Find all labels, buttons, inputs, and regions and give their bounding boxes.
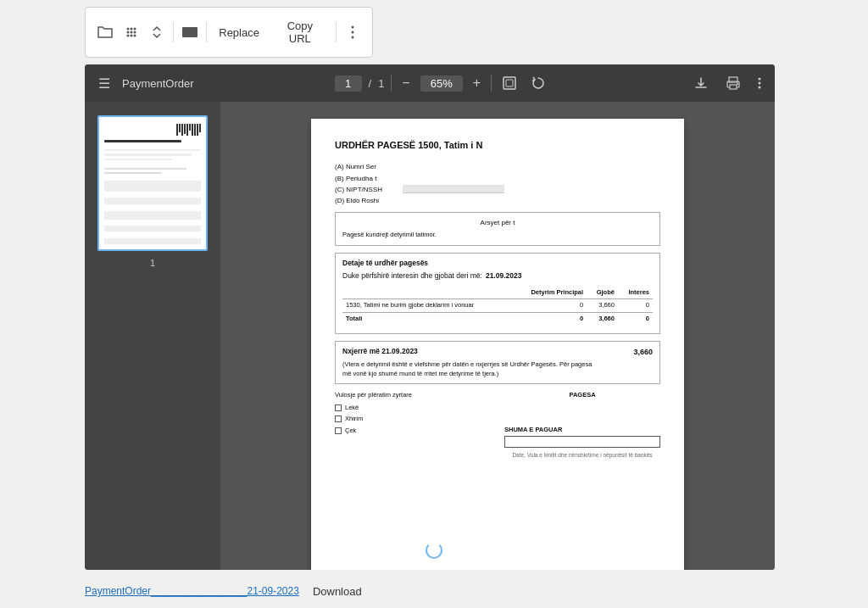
minus-square-icon[interactable] (181, 22, 199, 42)
leke-checkbox[interactable] (335, 404, 342, 411)
shuma-label: SHUMA E PAGUAR (504, 426, 660, 435)
svg-point-18 (737, 83, 738, 85)
svg-point-2 (133, 28, 136, 31)
xhirim-checkbox[interactable] (335, 416, 342, 422)
copy-url-button[interactable]: Copy URL (271, 16, 329, 48)
pdf-content: 1 URDHËR PAGESË 1500, Tatim i N (A) Numr… (85, 102, 775, 570)
arsyet-text: Pagesë kundrejt detyrimil tatimor. (342, 231, 653, 240)
download-button[interactable]: Download (313, 585, 362, 598)
pdf-viewer: ☰ PaymentOrder / 1 − 65% + (85, 64, 775, 570)
divider-1 (173, 22, 174, 42)
svg-point-8 (133, 35, 136, 37)
pdf-divider-1 (391, 75, 392, 92)
nxjerre-left: Nxjerrë më 21.09.2023 (Vlera e detyrimil… (342, 347, 597, 378)
leke-row: Lekë (335, 404, 491, 413)
table-header-row: Detyrim Principal Gjobë Interes (342, 287, 653, 299)
thumbnail-page-number: 1 (150, 258, 155, 268)
pdf-page: URDHËR PAGESË 1500, Tatim i N (A) Numri … (311, 119, 684, 570)
nxjerre-text: (Vlera e detyrimil është e vlefshme për … (342, 360, 597, 378)
svg-rect-9 (182, 27, 198, 37)
empty-space (504, 404, 660, 421)
col-empty (342, 287, 512, 299)
detaje-table: Detyrim Principal Gjobë Interes 1530, Ta… (342, 287, 653, 326)
pdf-topbar-right (690, 74, 765, 92)
svg-rect-13 (504, 77, 515, 89)
detaje-subtitle: Duke përfshirë interesin dhe gjobat deri… (342, 271, 482, 282)
pdf-zoom-in-button[interactable]: + (470, 74, 484, 92)
svg-rect-14 (506, 80, 513, 86)
shuma-field (504, 436, 660, 448)
pdf-hamburger-button[interactable]: ☰ (95, 74, 114, 93)
pdf-download-button[interactable] (690, 74, 712, 92)
pagesa-section: Vulosje për plëratim zyrtare Lekë Xhirim… (335, 391, 660, 459)
pagesa-title: PAGESA (504, 391, 660, 400)
pdf-thumbnail-1[interactable] (97, 115, 208, 251)
svg-point-7 (130, 35, 132, 37)
totali-row: Totali 0 3,660 0 (342, 312, 653, 325)
chevron-updown-icon[interactable] (147, 22, 166, 42)
top-toolbar: Replace Copy URL (85, 7, 373, 58)
svg-rect-17 (730, 85, 737, 89)
pdf-page-separator: / (369, 77, 372, 90)
grid-icon[interactable] (121, 22, 140, 42)
pdf-topbar-center: / 1 − 65% + (335, 74, 550, 92)
doc-field-b: (B) Periudha t (335, 174, 660, 183)
footer-text: Date, Vula e limitit dhe nënshkrtime i n… (504, 451, 660, 459)
col-detyrim-header: Detyrim Principal (512, 287, 587, 299)
doc-field-d: (D) Eldo Roshi (335, 196, 660, 205)
totali-gjobe: 3,660 (587, 312, 618, 325)
file-link[interactable]: PaymentOrder_________________21-09-2023 (85, 585, 299, 597)
row1-gjobe: 3,660 (587, 299, 618, 313)
pdf-topbar: ☰ PaymentOrder / 1 − 65% + (85, 64, 775, 102)
detaje-date: 21.09.2023 (486, 271, 522, 282)
svg-point-6 (126, 35, 129, 37)
loading-spinner (426, 542, 442, 559)
replace-button[interactable]: Replace (214, 23, 264, 42)
loading-spinner-area (426, 542, 442, 559)
pdf-print-button[interactable] (722, 74, 744, 92)
pdf-divider-2 (491, 75, 492, 92)
col-gjobe-header: Gjobë (587, 287, 618, 299)
leke-label: Lekë (345, 404, 359, 413)
cek-checkbox[interactable] (335, 427, 342, 434)
bottom-bar: PaymentOrder_________________21-09-2023 … (0, 574, 868, 608)
totali-detyrim: 0 (512, 312, 587, 325)
doc-title: URDHËR PAGESË 1500, Tatim i N (335, 139, 660, 152)
arsyet-section: Arsyet për t Pagesë kundrejt detyrimil t… (335, 212, 660, 246)
folder-icon[interactable] (96, 22, 114, 42)
svg-point-0 (126, 28, 129, 31)
detaje-subtitle-row: Duke përfshirë interesin dhe gjobat deri… (342, 271, 653, 282)
col-interes-header: Interes (618, 287, 653, 299)
pdf-more-options-button[interactable] (754, 74, 765, 92)
vulosje-label: Vulosje për plëratim zyrtare (335, 391, 491, 400)
svg-point-1 (130, 28, 132, 31)
pdf-rotate-button[interactable] (527, 74, 549, 92)
divider-3 (336, 22, 337, 42)
pdf-page-total: 1 (378, 77, 384, 90)
xhirim-row: Xhirim (335, 415, 491, 424)
svg-point-21 (759, 86, 761, 89)
pdf-zoom-out-button[interactable]: − (398, 74, 413, 92)
pagesa-left: Vulosje për plëratim zyrtare Lekë Xhirim… (335, 391, 491, 459)
svg-point-11 (351, 31, 353, 34)
svg-point-5 (133, 31, 136, 34)
pdf-zoom-level: 65% (420, 75, 463, 92)
pdf-topbar-left: ☰ PaymentOrder (95, 74, 194, 93)
row1-interes: 0 (618, 299, 653, 313)
pdf-page-input[interactable] (335, 75, 362, 92)
svg-point-4 (130, 31, 132, 34)
totali-label: Totali (342, 312, 512, 325)
cek-row: Çek (335, 427, 491, 436)
pdf-main-area[interactable]: URDHËR PAGESË 1500, Tatim i N (A) Numri … (220, 102, 775, 570)
pdf-fit-page-button[interactable] (498, 74, 520, 92)
detaje-section: Detaje të urdhër pagesës Duke përfshirë … (335, 253, 660, 334)
svg-point-12 (351, 36, 353, 39)
nxjerre-title: Nxjerrë më 21.09.2023 (342, 347, 597, 357)
more-options-icon[interactable] (343, 22, 362, 42)
row1-label: 1530, Tatimi ne burim gjobe deklarim i v… (342, 299, 512, 313)
xhirim-label: Xhirim (345, 415, 363, 424)
svg-point-20 (759, 82, 761, 85)
svg-point-10 (351, 26, 353, 29)
pdf-title: PaymentOrder (122, 77, 194, 90)
nxjerre-box: Nxjerrë më 21.09.2023 (Vlera e detyrimil… (335, 341, 660, 384)
